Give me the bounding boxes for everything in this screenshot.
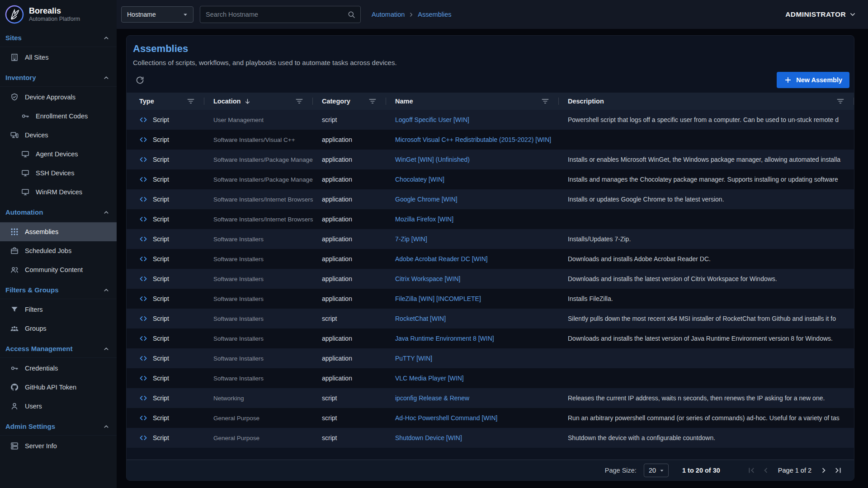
table-row[interactable]: Script Software Installers application 7… [127, 229, 854, 249]
sidebar-item-users[interactable]: Users [0, 397, 117, 416]
code-icon [139, 135, 148, 144]
sidebar-item-filters[interactable]: Filters [0, 300, 117, 319]
assembly-link[interactable]: ipconfig Release & Renew [395, 394, 469, 402]
cell-name: 7-Zip [WIN] [386, 235, 559, 243]
breadcrumb-assemblies[interactable]: Assemblies [418, 11, 451, 18]
github-icon [10, 383, 19, 392]
assembly-link[interactable]: Chocolatey [WIN] [395, 176, 444, 183]
table-row[interactable]: Script Software Installers/Internet Brow… [127, 189, 854, 209]
sidebar: Borealis Automation Platform Sites All S… [0, 0, 117, 488]
sidebar-section-automation[interactable]: Automation [0, 203, 117, 221]
assembly-link[interactable]: FileZilla [WIN] [INCOMPLETE] [395, 295, 481, 302]
table-row[interactable]: Script User Management script Logoff Spe… [127, 110, 854, 130]
sidebar-item-ssh-devices[interactable]: SSH Devices [0, 164, 117, 183]
assembly-link[interactable]: VLC Media Player [WIN] [395, 375, 464, 382]
sidebar-section-filters-groups[interactable]: Filters & Groups [0, 281, 117, 299]
assembly-link[interactable]: Logoff Specific User [WIN] [395, 116, 469, 123]
cell-name: Adobe Acrobat Reader DC [WIN] [386, 255, 559, 263]
filter-icon[interactable] [541, 97, 550, 106]
assembly-link[interactable]: Java Runtime Environment 8 [WIN] [395, 335, 494, 342]
cell-category: application [313, 235, 386, 243]
sidebar-item-winrm-devices[interactable]: WinRM Devices [0, 183, 117, 202]
refresh-button[interactable] [133, 73, 146, 87]
cell-location: General Purpose [204, 435, 313, 441]
previous-page-button[interactable] [760, 465, 772, 476]
sidebar-section-access-management[interactable]: Access Management [0, 340, 117, 358]
table-row[interactable]: Script Software Installers application P… [127, 348, 854, 368]
sidebar-item-label: Filters [25, 306, 42, 313]
table-row[interactable]: Script Software Installers/Package Manag… [127, 169, 854, 189]
assembly-link[interactable]: Shutdown Device [WIN] [395, 434, 462, 441]
table-row[interactable]: Script Software Installers script Rocket… [127, 309, 854, 328]
sidebar-section-sites[interactable]: Sites [0, 29, 117, 47]
code-icon [139, 115, 148, 124]
cell-category: application [313, 295, 386, 302]
assembly-link[interactable]: Ad-Hoc Powershell Command [WIN] [395, 414, 497, 422]
table-row[interactable]: Script Software Installers application C… [127, 269, 854, 289]
table-row[interactable]: Script General Purpose script Shutdown D… [127, 428, 854, 448]
grid-icon [10, 227, 19, 236]
user-menu[interactable]: ADMINISTRATOR [785, 10, 857, 19]
assembly-link[interactable]: WinGet [WIN] (Unfinished) [395, 156, 470, 163]
assembly-link[interactable]: Mozilla Firefox [WIN] [395, 216, 453, 223]
cell-category: application [313, 136, 386, 143]
table-row[interactable]: Script Software Installers/Package Manag… [127, 150, 854, 169]
sidebar-section-admin-settings[interactable]: Admin Settings [0, 418, 117, 436]
sort-desc-icon[interactable] [244, 98, 251, 105]
cell-name: PuTTY [WIN] [386, 355, 559, 362]
page-title: Assemblies [127, 43, 854, 55]
code-icon [139, 155, 148, 164]
first-page-button[interactable] [745, 465, 757, 476]
assembly-link[interactable]: Google Chrome [WIN] [395, 196, 458, 203]
cell-type: Script [127, 135, 204, 144]
search-input[interactable] [205, 10, 344, 19]
search-box[interactable] [200, 6, 361, 23]
sidebar-item-community-content[interactable]: Community Content [0, 260, 117, 279]
sidebar-item-agent-devices[interactable]: Agent Devices [0, 145, 117, 164]
breadcrumb-automation[interactable]: Automation [372, 11, 405, 18]
cell-category: application [313, 196, 386, 203]
sidebar-item-github-api-token[interactable]: GitHub API Token [0, 378, 117, 397]
sidebar-item-scheduled-jobs[interactable]: Scheduled Jobs [0, 241, 117, 260]
assembly-link[interactable]: 7-Zip [WIN] [395, 235, 427, 243]
column-header-label: Location [213, 98, 241, 105]
sidebar-section-inventory[interactable]: Inventory [0, 69, 117, 87]
sidebar-item-enrollment-codes[interactable]: Enrollment Codes [0, 107, 117, 126]
sidebar-item-groups[interactable]: Groups [0, 319, 117, 338]
assembly-link[interactable]: Microsoft Visual C++ Redistributable (20… [395, 136, 551, 143]
filter-icon[interactable] [368, 97, 377, 106]
assembly-link[interactable]: Adobe Acrobat Reader DC [WIN] [395, 255, 488, 263]
sidebar-item-label: WinRM Devices [36, 188, 82, 196]
page-size-dropdown[interactable]: 20 [644, 464, 669, 477]
sidebar-item-credentials[interactable]: Credentials [0, 359, 117, 378]
table-row[interactable]: Script General Purpose script Ad-Hoc Pow… [127, 408, 854, 428]
sidebar-item-assemblies[interactable]: Assemblies [0, 222, 117, 241]
new-assembly-button[interactable]: New Assembly [777, 72, 849, 88]
cell-description: Downloads and installs Adobe Acrobat Rea… [559, 255, 854, 263]
sidebar-item-all-sites[interactable]: All Sites [0, 48, 117, 67]
sidebar-item-label: Agent Devices [36, 150, 78, 158]
table-row[interactable]: Script Software Installers application V… [127, 368, 854, 388]
sidebar-item-server-info[interactable]: Server Info [0, 436, 117, 455]
last-page-button[interactable] [832, 465, 844, 476]
devices-icon [10, 131, 19, 140]
filter-icon[interactable] [836, 97, 845, 106]
page-size-value: 20 [649, 467, 656, 474]
sidebar-item-devices[interactable]: Devices [0, 126, 117, 145]
hostname-dropdown[interactable]: Hostname [121, 6, 193, 23]
sidebar-nav: Sites All Sites Inventory Device Approva… [0, 29, 117, 488]
table-row[interactable]: Script Software Installers/Visual C++ ap… [127, 130, 854, 150]
assembly-link[interactable]: Citrix Workspace [WIN] [395, 275, 460, 282]
table-row[interactable]: Script Networking script ipconfig Releas… [127, 388, 854, 408]
assembly-link[interactable]: RocketChat [WIN] [395, 315, 446, 322]
filter-icon[interactable] [295, 97, 304, 106]
table-row[interactable]: Script Software Installers application J… [127, 328, 854, 348]
next-page-button[interactable] [818, 465, 830, 476]
sidebar-item-device-approvals[interactable]: Device Approvals [0, 88, 117, 107]
assembly-link[interactable]: PuTTY [WIN] [395, 355, 432, 362]
filter-icon[interactable] [186, 97, 195, 106]
table-row[interactable]: Script Software Installers application F… [127, 289, 854, 309]
cell-type: Script [127, 175, 204, 184]
table-row[interactable]: Script Software Installers application A… [127, 249, 854, 269]
table-row[interactable]: Script Software Installers/Internet Brow… [127, 209, 854, 229]
